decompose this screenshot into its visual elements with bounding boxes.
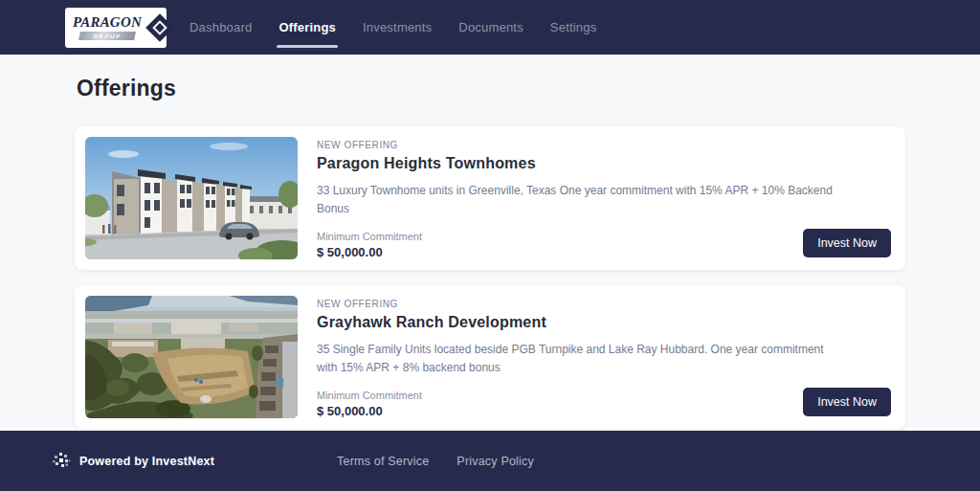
page-footer: Powered by InvestNext Terms of Service P…	[0, 431, 980, 491]
logo-brand-text: PARAGON	[73, 15, 142, 30]
main-nav: Dashboard Offerings Investments Document…	[189, 12, 596, 42]
paragon-group-logo[interactable]: PARAGON GROUP	[65, 8, 167, 48]
investnext-dots-icon	[53, 453, 71, 469]
commitment-value: $ 50,000.00	[317, 404, 422, 418]
top-navigation-bar: PARAGON GROUP Dashboard Offerings Invest…	[0, 0, 980, 55]
diamond-icon	[145, 13, 174, 42]
offerings-list: NEW OFFERING Paragon Heights Townhomes 3…	[75, 126, 905, 429]
offering-card-body: NEW OFFERING Paragon Heights Townhomes 3…	[317, 137, 895, 259]
offering-card-footer: Minimum Commitment $ 50,000.00 Invest No…	[317, 229, 891, 259]
footer-links: Terms of Service Privacy Policy	[337, 455, 534, 468]
offering-description: 35 Single Family Units located beside PG…	[317, 341, 834, 376]
nav-item-investments[interactable]: Investments	[363, 12, 432, 42]
new-offering-badge: NEW OFFERING	[317, 140, 891, 150]
offering-card-footer: Minimum Commitment $ 50,000.00 Invest No…	[317, 388, 891, 418]
offering-description: 33 Luxury Townhome units in Greenville, …	[317, 182, 834, 217]
nav-item-offerings[interactable]: Offerings	[278, 12, 336, 42]
privacy-policy-link[interactable]: Privacy Policy	[457, 455, 534, 468]
offering-image-townhomes	[85, 137, 298, 259]
invest-now-button[interactable]: Invest Now	[803, 388, 891, 416]
nav-item-dashboard[interactable]: Dashboard	[189, 12, 252, 42]
offering-title: Paragon Heights Townhomes	[317, 155, 891, 172]
page-title: Offerings	[77, 76, 980, 101]
minimum-commitment: Minimum Commitment $ 50,000.00	[317, 390, 422, 418]
invest-now-button[interactable]: Invest Now	[803, 229, 891, 257]
powered-by-text: Powered by InvestNext	[79, 455, 214, 468]
nav-item-documents[interactable]: Documents	[458, 12, 523, 42]
powered-by: Powered by InvestNext	[53, 453, 214, 469]
logo-sub-text: GROUP	[93, 33, 122, 38]
logo-text: PARAGON GROUP	[73, 15, 142, 40]
commitment-label: Minimum Commitment	[317, 390, 422, 401]
minimum-commitment: Minimum Commitment $ 50,000.00	[317, 231, 422, 259]
commitment-label: Minimum Commitment	[317, 231, 422, 242]
offering-card-grayhawk-ranch: NEW OFFERING Grayhawk Ranch Development …	[75, 285, 905, 429]
new-offering-badge: NEW OFFERING	[317, 299, 891, 309]
offering-image-aerial	[85, 296, 298, 418]
offering-card-paragon-heights: NEW OFFERING Paragon Heights Townhomes 3…	[75, 126, 905, 270]
terms-of-service-link[interactable]: Terms of Service	[337, 455, 429, 468]
main-content: Offerings	[0, 55, 980, 431]
offering-card-body: NEW OFFERING Grayhawk Ranch Development …	[317, 296, 895, 418]
logo-banner: GROUP	[78, 32, 136, 40]
nav-item-settings[interactable]: Settings	[550, 12, 597, 42]
commitment-value: $ 50,000.00	[317, 245, 422, 259]
offering-title: Grayhawk Ranch Development	[317, 314, 891, 331]
